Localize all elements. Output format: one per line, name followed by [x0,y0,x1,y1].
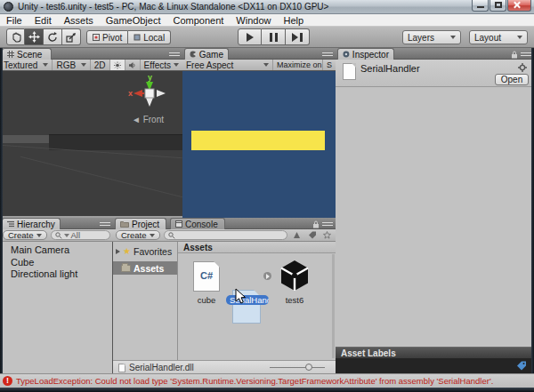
aspect-dropdown[interactable]: Free Aspect [182,60,273,70]
menu-edit[interactable]: Edit [28,14,58,26]
project-asset-grid[interactable]: Assets C# cube SerialHandler test6 [178,242,336,360]
2d-label: 2D [94,60,106,70]
scrollbar[interactable] [332,254,335,358]
asset-labels-header[interactable]: Asset Labels [336,347,534,358]
tab-game[interactable]: Game [184,48,229,60]
menu-bar: File Edit Assets GameObject Component Wi… [0,14,534,27]
panel-menu-icon[interactable] [521,51,531,58]
panel-menu-icon[interactable] [322,220,333,228]
playback-controls [238,28,310,45]
hierarchy-item-directional-light[interactable]: Directional light [0,268,112,281]
chevron-down-icon [36,234,42,237]
tab-hierarchy[interactable]: Hierarchy [2,218,61,229]
tab-scene[interactable]: Scene [2,48,52,60]
menu-component[interactable]: Component [166,14,230,26]
hierarchy-search-input[interactable]: All [51,230,110,240]
asset-icon-unity-scene[interactable] [278,259,312,292]
move-tool-icon[interactable] [25,28,44,45]
hierarchy-create-button[interactable]: Create [3,230,47,240]
maximize-button[interactable] [490,0,506,12]
expand-arrow-icon[interactable] [116,249,120,254]
2d-toggle[interactable]: 2D [91,60,110,70]
close-button[interactable] [507,0,531,12]
menu-help[interactable]: Help [277,14,310,26]
pause-button[interactable] [262,28,286,45]
scale-tool-icon[interactable] [62,28,81,45]
gizmo-front-label[interactable]: ◄ Front [132,115,164,124]
hierarchy-item-cube[interactable]: Cube [0,257,112,269]
panel-menu-icon[interactable] [100,220,110,228]
slider-knob[interactable] [305,364,312,371]
label-tag-icon[interactable] [516,361,527,371]
asset-icon-csharp[interactable]: C# [193,261,220,292]
minimize-button[interactable] [472,0,489,12]
gear-icon[interactable] [518,63,527,72]
status-bar[interactable]: ! TypeLoadException: Could not load type… [0,373,534,388]
play-button[interactable] [238,28,262,45]
folder-icon [121,265,131,272]
gizmo-x-label: x [128,89,133,98]
panel-menu-icon[interactable] [322,51,333,58]
rotate-tool-icon[interactable] [44,28,62,45]
panel-menu-icon[interactable] [169,51,180,58]
maximize-on-play-toggle[interactable]: Maximize on Play [273,60,323,70]
pivot-local-group: Pivot Local [86,30,171,44]
audio-toggle[interactable] [125,60,141,70]
tab-console[interactable]: Console [170,218,225,229]
title-bar[interactable]: Unity - test6.unity - test5 - PC, Mac & … [0,0,534,14]
scene-orientation-gizmo[interactable]: y x [126,73,173,114]
asset-label-test6[interactable]: test6 [274,295,315,305]
chevron-down-icon [263,63,269,67]
lock-icon[interactable] [312,220,320,228]
menu-window[interactable]: Window [230,14,277,26]
lock-icon[interactable] [511,51,518,59]
thumbnail-size-slider[interactable] [270,367,325,368]
tab-inspector[interactable]: Inspector [337,48,394,60]
create-label: Create [121,230,147,240]
local-toggle[interactable]: Local [128,30,171,44]
search-by-type-button[interactable] [291,230,303,241]
hand-tool-icon[interactable] [6,28,25,45]
tab-project[interactable]: Project [115,218,166,229]
hierarchy-tab-label: Hierarchy [17,220,55,229]
lighting-toggle[interactable] [110,60,125,70]
menu-file[interactable]: File [0,14,28,26]
step-icon [292,33,298,42]
draw-mode-dropdown[interactable]: Textured [0,60,53,70]
project-create-button[interactable]: Create [116,230,160,240]
open-button[interactable]: Open [495,74,529,85]
window-controls [471,0,531,12]
scene-tab-label: Scene [17,50,42,60]
stats-label: S [327,60,332,69]
project-search-input[interactable] [164,230,287,240]
layers-dropdown[interactable]: Layers [402,30,461,44]
inspector-header: SerialHandler Open [336,60,534,87]
stats-toggle[interactable]: S [323,60,336,70]
draw-mode-label: Textured [4,60,37,70]
tree-item-assets[interactable]: Assets [113,261,177,275]
hierarchy-list-icon [7,220,14,228]
menu-gameobject[interactable]: GameObject [100,14,167,26]
chevron-down-icon [43,63,48,67]
tree-item-favorites[interactable]: ★ Favorites [113,244,177,258]
project-tab-label: Project [132,220,159,229]
scene-cube-object[interactable] [49,134,182,150]
effects-label: Effects [144,60,171,70]
game-view[interactable] [182,71,336,218]
layout-dropdown[interactable]: Layout [469,30,528,44]
favorites-star-button[interactable] [321,230,333,241]
asset-breadcrumb[interactable]: Assets [178,242,336,253]
scene-view[interactable]: y x ◄ Front [0,71,182,216]
search-by-label-button[interactable] [306,230,318,241]
menu-assets[interactable]: Assets [58,14,100,26]
search-icon [168,232,175,239]
expand-asset-button[interactable] [263,272,271,280]
color-mode-dropdown[interactable]: RGB [53,60,90,70]
pivot-toggle[interactable]: Pivot [86,30,128,44]
effects-dropdown[interactable]: Effects [141,60,182,70]
asset-label-serialhandler[interactable]: SerialHandler [226,295,269,305]
step-button[interactable] [286,28,310,45]
hierarchy-item-main-camera[interactable]: Main Camera [0,244,112,257]
asset-label-cube[interactable]: cube [186,295,227,305]
file-icon [118,364,125,372]
